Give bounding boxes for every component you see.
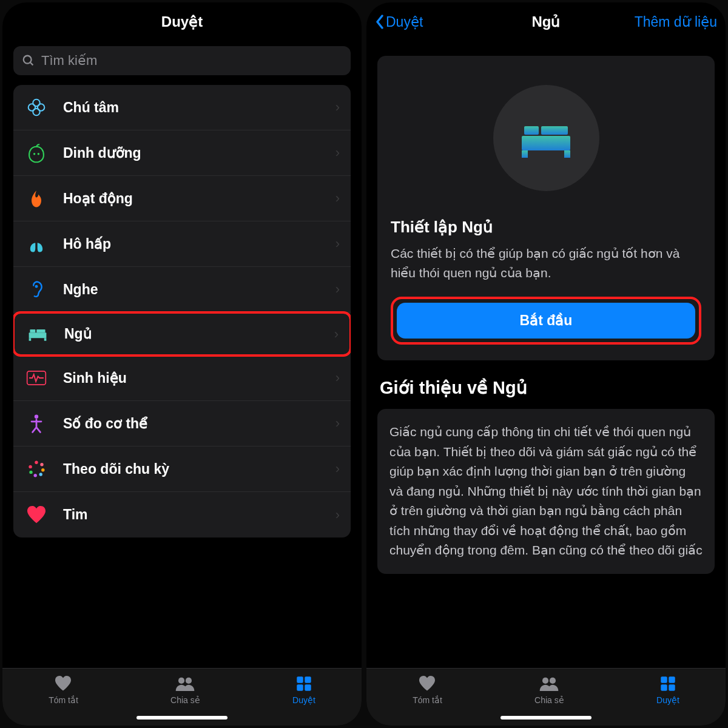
list-item-mindfulness[interactable]: Chú tâm › [13, 85, 351, 130]
svg-rect-12 [29, 338, 32, 341]
list-item-label: Nghe [63, 281, 335, 298]
svg-point-8 [35, 285, 38, 288]
svg-rect-26 [305, 676, 311, 682]
tab-label: Tóm tắt [413, 695, 442, 705]
setup-description: Các thiết bị có thể giúp bạn có giấc ngủ… [391, 244, 701, 282]
svg-rect-36 [661, 676, 667, 682]
tab-summary[interactable]: Tóm tắt [49, 675, 78, 705]
start-button[interactable]: Bắt đầu [397, 303, 695, 339]
categories-list-container: Chú tâm › Dinh dưỡng › Hoạt động › [2, 85, 362, 668]
heart-fill-icon [54, 675, 72, 693]
tab-browse[interactable]: Duyệt [292, 675, 315, 705]
svg-rect-30 [524, 126, 539, 135]
list-item-hearing[interactable]: Nghe › [13, 267, 351, 312]
list-item-sleep[interactable]: Ngủ › [13, 311, 351, 357]
home-indicator[interactable] [500, 716, 592, 720]
about-card: Giấc ngủ cung cấp thông tin chi tiết về … [377, 409, 715, 574]
respiratory-icon [24, 232, 49, 256]
list-item-nutrition[interactable]: Dinh dưỡng › [13, 130, 351, 176]
cycle-icon [24, 457, 49, 481]
tab-label: Chia sẻ [170, 695, 200, 705]
home-indicator[interactable] [136, 716, 228, 720]
list-item-label: Ngủ [64, 326, 334, 342]
sleep-content: Thiết lập Ngủ Các thiết bị có thể giúp b… [366, 41, 726, 668]
about-title: Giới thiệu về Ngủ [380, 377, 712, 398]
search-input[interactable]: Tìm kiếm [13, 46, 351, 75]
search-placeholder: Tìm kiếm [41, 53, 97, 69]
svg-rect-25 [297, 676, 303, 682]
svg-rect-33 [564, 150, 570, 158]
heart-icon [24, 503, 49, 527]
tab-sharing[interactable]: Chia sẻ [170, 675, 200, 705]
grid-icon [660, 675, 676, 693]
tab-sharing[interactable]: Chia sẻ [534, 675, 564, 705]
tab-label: Chia sẻ [534, 695, 564, 705]
list-item-heart[interactable]: Tim › [13, 492, 351, 538]
chevron-right-icon: › [335, 281, 340, 297]
categories-list: Chú tâm › Dinh dưỡng › Hoạt động › [13, 85, 351, 538]
list-item-label: Chú tâm [63, 99, 335, 116]
setup-title: Thiết lập Ngủ [391, 218, 701, 237]
svg-point-21 [29, 471, 32, 474]
tab-summary[interactable]: Tóm tắt [413, 675, 442, 705]
about-body: Giấc ngủ cung cấp thông tin chi tiết về … [389, 422, 703, 561]
svg-rect-39 [669, 684, 675, 690]
svg-rect-32 [522, 150, 528, 158]
chevron-right-icon: › [335, 370, 340, 386]
svg-point-0 [24, 56, 32, 64]
sleep-hero-icon [493, 85, 599, 191]
svg-rect-9 [29, 332, 47, 338]
svg-point-20 [34, 474, 37, 477]
add-data-button[interactable]: Thêm dữ liệu [635, 14, 717, 30]
svg-point-23 [178, 678, 184, 684]
cta-highlight: Bắt đầu [391, 297, 701, 345]
list-item-label: Hô hấp [63, 236, 335, 252]
activity-icon [24, 186, 49, 211]
vitals-icon [24, 366, 49, 390]
svg-point-34 [542, 678, 548, 684]
svg-rect-13 [44, 338, 47, 341]
people-icon [539, 675, 559, 693]
svg-rect-28 [305, 684, 311, 690]
list-item-label: Số đo cơ thể [63, 416, 335, 432]
svg-rect-38 [661, 684, 667, 690]
list-item-respiratory[interactable]: Hô hấp › [13, 221, 351, 267]
page-title: Duyệt [161, 13, 203, 30]
svg-point-5 [38, 104, 44, 110]
list-item-vitals[interactable]: Sinh hiệu › [13, 356, 351, 401]
chevron-right-icon: › [335, 145, 340, 161]
back-label: Duyệt [386, 14, 423, 30]
svg-point-6 [33, 153, 35, 155]
chevron-right-icon: › [335, 416, 340, 431]
header: Duyệt Ngủ Thêm dữ liệu [366, 2, 726, 41]
list-item-label: Hoạt động [63, 190, 335, 207]
svg-rect-31 [541, 126, 568, 135]
svg-rect-29 [522, 136, 570, 150]
svg-rect-37 [669, 676, 675, 682]
sleep-screen: Duyệt Ngủ Thêm dữ liệu Thiết lập Ngủ Các… [366, 2, 726, 726]
tab-label: Duyệt [656, 695, 679, 705]
grid-icon [296, 675, 312, 693]
svg-rect-10 [30, 329, 35, 332]
svg-line-1 [30, 62, 33, 66]
chevron-right-icon: › [335, 236, 340, 252]
browse-screen: Duyệt Tìm kiếm Chú tâm › Dinh dưỡng › [2, 2, 362, 726]
tab-label: Tóm tắt [49, 695, 78, 705]
tab-browse[interactable]: Duyệt [656, 675, 679, 705]
list-item-cycle-tracking[interactable]: Theo dõi chu kỳ › [13, 447, 351, 492]
svg-point-4 [29, 104, 35, 110]
svg-point-18 [41, 468, 44, 471]
list-item-label: Tim [63, 507, 335, 523]
people-icon [175, 675, 195, 693]
nutrition-icon [24, 141, 49, 165]
back-button[interactable]: Duyệt [375, 14, 423, 30]
list-item-activity[interactable]: Hoạt động › [13, 176, 351, 221]
chevron-right-icon: › [335, 461, 340, 477]
list-item-body-measurements[interactable]: Số đo cơ thể › [13, 401, 351, 447]
svg-point-17 [40, 463, 43, 466]
svg-rect-11 [36, 329, 45, 332]
svg-point-15 [35, 415, 38, 419]
svg-point-22 [29, 465, 32, 468]
svg-point-35 [550, 678, 556, 684]
chevron-right-icon: › [335, 99, 340, 115]
